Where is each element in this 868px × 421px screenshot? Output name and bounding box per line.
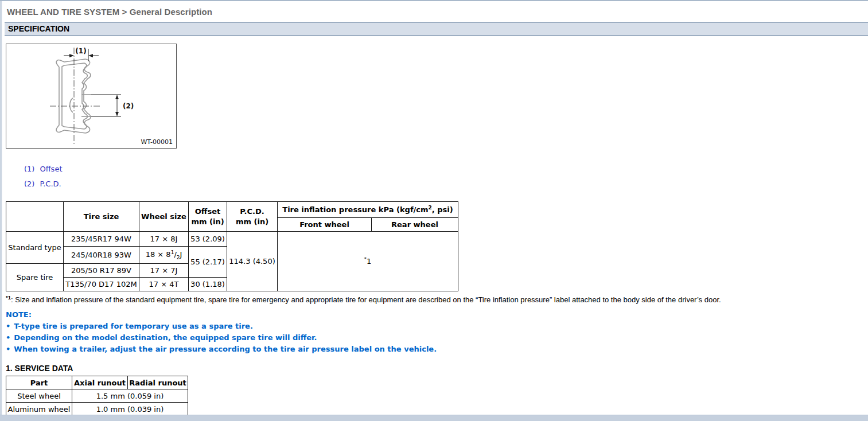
row-group-standard-type: Standard type xyxy=(6,232,64,264)
left-edge-strip xyxy=(0,1,2,415)
legend-num-1: (1) xyxy=(24,165,34,173)
col-header-axial-runout: Axial runout xyxy=(72,376,128,389)
spec-corner-cell xyxy=(6,202,64,232)
col-header-radial-runout: Radial runout xyxy=(128,376,188,389)
figure-callout-1: (1) xyxy=(75,47,86,55)
legend-item-offset: (1) Offset xyxy=(24,161,868,176)
section-header-specification: SPECIFICATION xyxy=(5,22,868,36)
table-row: Part Axial runout Radial runout xyxy=(6,376,188,389)
offset-cell: 53 (2.09) xyxy=(189,232,227,247)
note-item: •Depending on the model destination, the… xyxy=(6,332,868,344)
service-data-heading: 1. SERVICE DATA xyxy=(6,364,868,373)
section-title: SPECIFICATION xyxy=(8,24,69,33)
legend-item-pcd: (2) P.C.D. xyxy=(24,176,868,191)
col-header-rear-wheel: Rear wheel xyxy=(372,218,458,232)
specification-table: Tire size Wheel size Offset mm (in) P.C.… xyxy=(6,201,458,291)
breadcrumb: WHEEL AND TIRE SYSTEM > General Descript… xyxy=(7,7,868,17)
figure-code: WT-00001 xyxy=(141,138,173,146)
table-row: Aluminum wheel 1.0 mm (0.039 in) xyxy=(6,403,188,416)
center-lines xyxy=(50,48,102,145)
runout-value-cell: 1.5 mm (0.059 in) xyxy=(72,389,188,403)
pcd-value-cell: 114.3 (4.50) xyxy=(227,232,278,291)
table-row: Standard type 235/45R17 94W 17 × 8J 53 (… xyxy=(6,232,458,247)
tire-size-cell: T135/70 D17 102M xyxy=(64,278,139,291)
bullet-icon: • xyxy=(6,322,10,330)
footnote-marker: *1 xyxy=(6,294,11,301)
bullet-icon: • xyxy=(6,333,10,342)
note-item: •When towing a trailer, adjust the air p… xyxy=(6,344,868,355)
bullet-icon: • xyxy=(6,345,10,353)
pressure-note-cell: *1 xyxy=(278,232,458,291)
note-label: NOTE: xyxy=(6,309,868,321)
note-item: •T-type tire is prepared for temporary u… xyxy=(6,321,868,332)
dimension-pcd xyxy=(91,95,121,116)
service-data-table: Part Axial runout Radial runout Steel wh… xyxy=(6,376,188,416)
wheel-size-cell: 17 × 7J xyxy=(139,264,189,278)
figure-callout-2: (2) xyxy=(123,102,134,110)
col-header-front-wheel: Front wheel xyxy=(278,218,372,232)
legend-label-offset: Offset xyxy=(40,165,62,173)
tire-size-cell: 205/50 R17 89V xyxy=(64,264,139,278)
col-header-tire-pressure: Tire inflation pressure kPa (kgf/cm2, ps… xyxy=(278,202,458,218)
document-content: WHEEL AND TIRE SYSTEM > General Descript… xyxy=(5,1,868,416)
wheel-size-cell: 17 × 8J xyxy=(139,232,189,247)
legend-num-2: (2) xyxy=(24,180,34,188)
col-header-offset: Offset mm (in) xyxy=(189,202,227,232)
offset-merged-cell: 55 (2.17) xyxy=(189,247,227,278)
footnote-text: : Size and inflation pressure of the sta… xyxy=(11,295,721,304)
tire-size-cell: 245/40R18 93W xyxy=(64,247,139,264)
wheel-diagram-svg: (1) (2) WT-00001 xyxy=(6,44,176,148)
col-header-part: Part xyxy=(6,376,72,389)
part-cell: Steel wheel xyxy=(6,389,72,403)
row-group-spare-tire: Spare tire xyxy=(6,264,64,291)
legend-label-pcd: P.C.D. xyxy=(40,180,61,188)
tire-size-cell: 235/45R17 94W xyxy=(64,232,139,247)
wheel-size-cell: 18 × 81/2J xyxy=(139,247,189,264)
wheel-cross-section-figure: (1) (2) WT-00001 xyxy=(6,44,177,149)
runout-value-cell: 1.0 mm (0.039 in) xyxy=(72,403,188,416)
note-section: NOTE: •T-type tire is prepared for tempo… xyxy=(6,309,868,355)
horizontal-scrollbar[interactable] xyxy=(0,415,868,421)
wheel-size-cell: 17 × 4T xyxy=(139,278,189,291)
figure-legend: (1) Offset (2) P.C.D. xyxy=(24,161,868,191)
footnote-star1: *1: Size and inflation pressure of the s… xyxy=(6,294,868,304)
table-row: Steel wheel 1.5 mm (0.059 in) xyxy=(6,389,188,403)
offset-cell: 30 (1.18) xyxy=(189,278,227,291)
col-header-wheel-size: Wheel size xyxy=(139,202,189,232)
col-header-tire-size: Tire size xyxy=(64,202,139,232)
col-header-pcd: P.C.D. mm (in) xyxy=(227,202,278,232)
part-cell: Aluminum wheel xyxy=(6,403,72,416)
